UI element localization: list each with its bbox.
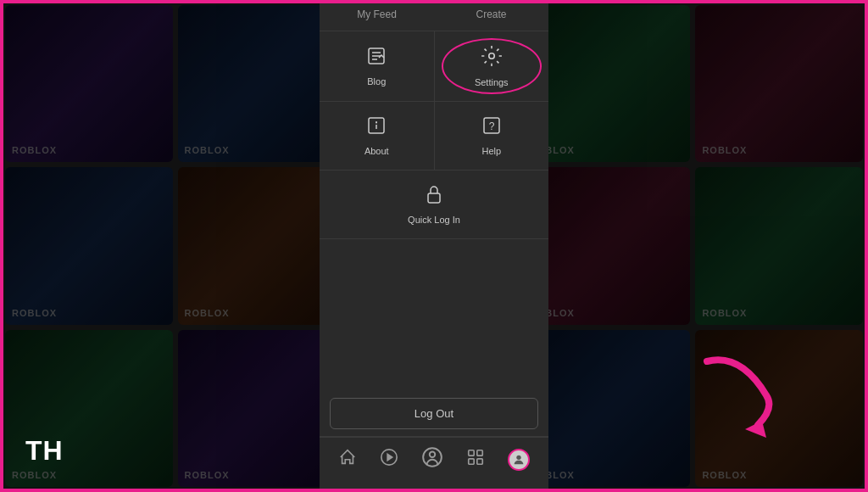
help-label: Help [481, 146, 501, 156]
menu-row-3: Quick Log In [320, 171, 548, 239]
menu-row-2: About ? Help [320, 102, 548, 171]
svg-point-14 [430, 452, 436, 458]
svg-point-4 [489, 53, 495, 59]
about-label: About [364, 146, 389, 156]
tab-create[interactable]: Create [434, 0, 548, 31]
quick-login-label: Quick Log In [408, 215, 460, 225]
blog-icon [366, 46, 387, 71]
play-nav-icon[interactable] [380, 448, 398, 471]
blog-menu-item[interactable]: Blog [320, 31, 435, 101]
catalog-nav-icon[interactable] [466, 448, 485, 471]
svg-rect-10 [428, 193, 440, 203]
help-menu-item[interactable]: ? Help [435, 102, 549, 170]
blog-label: Blog [367, 76, 386, 87]
svg-rect-15 [469, 450, 474, 456]
about-icon [366, 115, 387, 141]
quick-login-menu-item[interactable]: Quick Log In [320, 171, 548, 238]
svg-point-19 [517, 455, 521, 459]
settings-icon [481, 45, 503, 72]
svg-marker-12 [387, 454, 392, 460]
profile-nav-icon[interactable] [508, 449, 530, 471]
profile-avatar [508, 449, 530, 471]
about-menu-item[interactable]: About [320, 102, 435, 170]
svg-rect-17 [469, 459, 474, 464]
help-icon: ? [481, 115, 502, 141]
logout-row: Log Out [320, 391, 548, 437]
top-navigation: My Feed Create [320, 0, 548, 31]
spacer [320, 239, 548, 391]
svg-text:?: ? [488, 120, 494, 132]
avatar-nav-icon[interactable] [421, 446, 443, 472]
settings-label: Settings [475, 77, 509, 87]
watermark-text: TH [25, 435, 64, 467]
tab-my-feed[interactable]: My Feed [320, 0, 434, 31]
svg-rect-18 [477, 459, 482, 464]
menu-grid: Blog Settings [320, 31, 548, 437]
bottom-navigation [320, 437, 548, 484]
settings-menu-item[interactable]: Settings [435, 31, 549, 101]
menu-row-1: Blog Settings [320, 31, 548, 102]
home-nav-icon[interactable] [338, 448, 357, 471]
svg-rect-16 [477, 450, 482, 456]
quick-login-icon [424, 184, 444, 210]
phone-panel: My Feed Create Blog [320, 0, 548, 492]
logout-button[interactable]: Log Out [330, 398, 538, 429]
